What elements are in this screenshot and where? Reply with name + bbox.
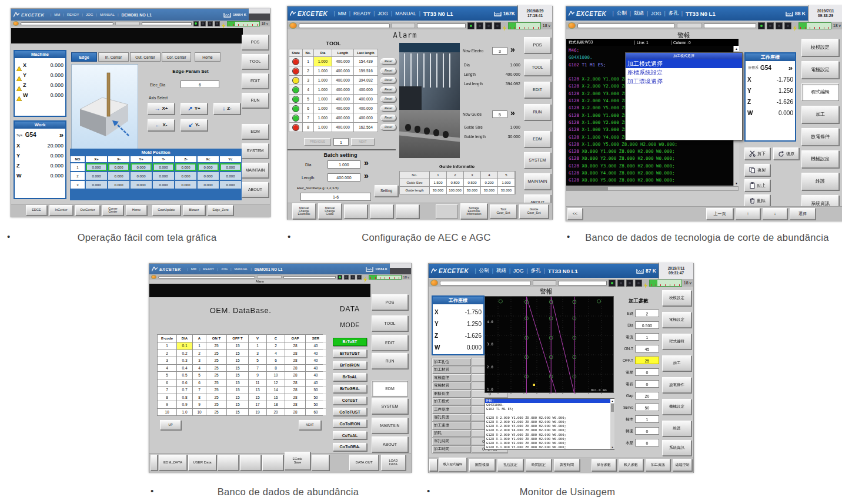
mold-cell[interactable]: 0.000: [220, 172, 241, 180]
scroll-down-arrow[interactable]: ▼: [610, 445, 614, 449]
bottom-button[interactable]: 加工資訊: [646, 459, 670, 471]
param-value-input[interactable]: 25: [635, 357, 659, 364]
jog-button-Y+[interactable]: ↗Y+: [181, 103, 208, 115]
tab-Out. Center[interactable]: Out. Center: [130, 52, 161, 62]
tool-dia[interactable]: 1.000: [314, 85, 332, 94]
guide-size-cell[interactable]: 1.000: [498, 179, 514, 186]
oem-cell[interactable]: 50: [306, 401, 326, 408]
tool-dia[interactable]: 1.000: [314, 57, 332, 66]
jog-button-Z-[interactable]: ↓Z-: [213, 103, 240, 115]
sidebar-button-RUN[interactable]: RUN: [524, 104, 551, 120]
tool-length[interactable]: 400.000: [332, 104, 353, 113]
mold-cell[interactable]: 0.000: [153, 181, 174, 189]
sidebar-button-ABOUT[interactable]: ABOUT: [372, 436, 408, 452]
mold-cell[interactable]: 0.000: [198, 181, 219, 189]
bottom-button[interactable]: CoorUpdate: [152, 205, 181, 216]
gcode-window[interactable]: M46;G04X1000.G102 T1 M1 E5;G128 X-2.000 …: [485, 398, 614, 450]
mold-row-no[interactable]: 1: [71, 163, 85, 171]
param-value-input[interactable]: 1: [635, 415, 659, 423]
now-electro-input[interactable]: 3: [492, 47, 507, 55]
bottom-button[interactable]: Manual Change Electrode: [292, 203, 316, 219]
param-value-input[interactable]: 50: [635, 404, 659, 411]
mold-cell[interactable]: 0.000: [175, 181, 196, 189]
oem-cell[interactable]: 25: [206, 365, 226, 372]
mold-cell[interactable]: 0.000: [198, 172, 219, 180]
tool-last-length[interactable]: 162.564: [354, 123, 377, 132]
tool-dia[interactable]: 1.000: [314, 66, 332, 75]
bottom-button-blank[interactable]: [396, 204, 419, 219]
mold-row-no[interactable]: 2: [71, 172, 85, 180]
tool-last-length[interactable]: 394.092: [354, 76, 377, 85]
command-input[interactable]: [577, 23, 675, 28]
oem-cell[interactable]: 25: [206, 357, 226, 364]
mold-cell[interactable]: 0.000: [198, 163, 219, 171]
sidebar-button-SYSTEM[interactable]: SYSTEM: [242, 143, 269, 159]
oem-cell[interactable]: 3: [158, 357, 176, 364]
sidebar-button-維護[interactable]: 維護: [662, 421, 691, 436]
oem-cell[interactable]: 50: [306, 387, 326, 394]
sidebar-button-MAINTAIN[interactable]: MAINTAIN: [524, 173, 551, 190]
bottom-button[interactable]: LOAD DATA: [381, 455, 406, 471]
mold-cell[interactable]: 0.000: [175, 163, 196, 171]
oem-cell[interactable]: 25: [206, 379, 226, 387]
tool-length[interactable]: 400.000: [332, 95, 353, 103]
oem-cell[interactable]: 28: [285, 379, 305, 387]
oem-cell[interactable]: 0.7: [177, 387, 192, 394]
sidebar-button-SYSTEM[interactable]: SYSTEM: [372, 398, 408, 414]
tool-length[interactable]: 400.000: [332, 113, 353, 122]
oem-cell[interactable]: 0.2: [177, 350, 192, 357]
oem-cell[interactable]: 18: [267, 401, 285, 408]
guide-length-cell[interactable]: 30.000: [481, 187, 497, 194]
bottom-button[interactable]: 選擇: [790, 208, 816, 220]
sidebar-button-維護[interactable]: 維護: [801, 173, 839, 190]
tab-Cor. Center[interactable]: Cor. Center: [162, 52, 191, 62]
param-value-input[interactable]: 2: [635, 310, 659, 317]
bottom-button[interactable]: Blower: [183, 205, 205, 216]
sidebar-button-校模設定[interactable]: 校模設定: [801, 39, 839, 56]
v-scrollbar[interactable]: ▲▼: [610, 399, 614, 449]
oem-cell[interactable]: 15: [227, 401, 248, 408]
sidebar-button-程式編輯[interactable]: 程式編輯: [801, 83, 839, 101]
oem-cell[interactable]: 8: [267, 365, 285, 372]
sidebar-button-放電條件[interactable]: 放電條件: [801, 128, 839, 146]
oem-cell[interactable]: 6: [158, 379, 176, 387]
sidebar-button-MAINTAIN[interactable]: MAINTAIN: [372, 418, 408, 434]
mold-row-no[interactable]: 3: [71, 181, 85, 189]
secondary-input[interactable]: [142, 22, 192, 25]
tool-last-length[interactable]: 159.516: [354, 66, 377, 75]
oem-cell[interactable]: 0.6: [177, 379, 192, 387]
bottom-button[interactable]: DATA OUT: [349, 455, 379, 471]
oem-cell[interactable]: 15: [227, 350, 248, 357]
mold-cell[interactable]: 0.000: [108, 172, 129, 180]
oem-cell[interactable]: 28: [285, 372, 305, 379]
guide-size-cell[interactable]: 0.500: [464, 179, 480, 186]
tab-Edge[interactable]: Edge: [71, 52, 97, 62]
bottom-button[interactable]: <<: [567, 208, 583, 220]
bottom-button[interactable]: Home: [126, 205, 147, 216]
guide-length-cell[interactable]: 30.000: [498, 187, 514, 194]
oem-cell[interactable]: 0.4: [177, 365, 192, 372]
sidebar-button-系統資訊[interactable]: 系統資訊: [662, 440, 691, 456]
bottom-button-blank[interactable]: [344, 204, 367, 219]
sidebar-button-放電條件[interactable]: 放電條件: [662, 377, 691, 393]
reset-button[interactable]: Reset: [380, 96, 396, 102]
oem-cell[interactable]: 3: [193, 357, 206, 364]
chevrons-icon[interactable]: »: [510, 108, 515, 117]
mode-button-CoToAL[interactable]: CoToAL: [333, 431, 367, 439]
oem-cell[interactable]: 28: [285, 365, 305, 372]
oem-cell[interactable]: 28: [285, 342, 305, 350]
bottom-button[interactable]: 保存參數: [592, 459, 616, 471]
edit-button-undo[interactable]: 復原: [773, 147, 799, 160]
oem-cell[interactable]: 40: [306, 350, 326, 357]
edit-button-paste[interactable]: 貼上: [744, 179, 770, 191]
bottom-button[interactable]: Corner Center: [102, 205, 123, 216]
oem-cell[interactable]: 8: [158, 394, 176, 401]
oem-cell[interactable]: 6: [267, 357, 285, 364]
mode-button-BrToAL[interactable]: BrToAL: [333, 373, 367, 381]
scroll-up-arrow[interactable]: ▲: [610, 399, 614, 403]
oem-cell[interactable]: 1: [193, 342, 206, 350]
command-input[interactable]: [440, 281, 531, 285]
mode-button-BrToIRON[interactable]: BrToIRON: [333, 361, 367, 369]
oem-cell[interactable]: 7: [193, 387, 206, 394]
command-input[interactable]: [158, 276, 255, 278]
